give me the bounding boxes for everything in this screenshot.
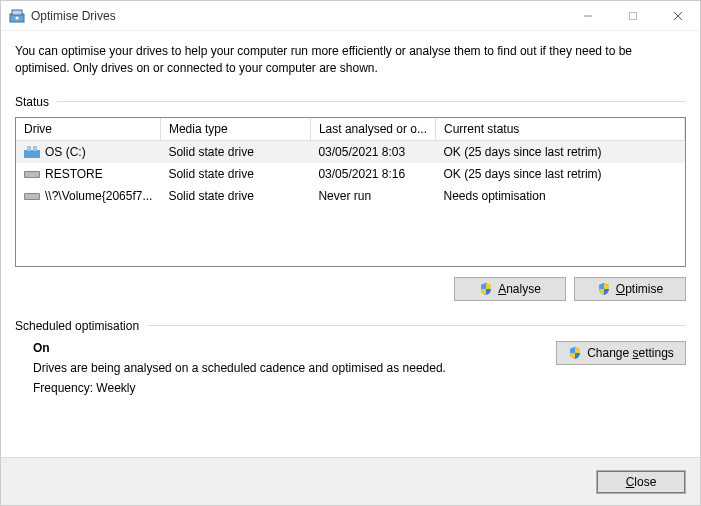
drive-name: \\?\Volume{2065f7... [45,189,152,203]
drive-last: Never run [310,185,435,207]
svg-rect-1 [12,10,22,15]
divider [147,325,686,326]
col-drive[interactable]: Drive [16,118,160,141]
drive-media: Solid state drive [160,185,310,207]
table-row[interactable]: RESTORE Solid state drive 03/05/2021 8:1… [16,163,685,185]
minimize-button[interactable] [565,1,610,31]
drive-media: Solid state drive [160,140,310,163]
drive-table-container: Drive Media type Last analysed or o... C… [15,117,686,267]
svg-rect-4 [629,12,636,19]
drive-status: Needs optimisation [436,185,685,207]
drive-last: 03/05/2021 8:16 [310,163,435,185]
drive-media: Solid state drive [160,163,310,185]
svg-rect-8 [27,146,31,151]
hdd-icon [24,190,40,202]
change-settings-button[interactable]: Change settings [556,341,686,365]
drive-name: OS (C:) [45,145,86,159]
svg-rect-9 [33,146,37,151]
col-current[interactable]: Current status [436,118,685,141]
bottom-bar: Close [1,457,700,505]
scheduled-header-row: Scheduled optimisation [15,319,686,333]
scheduled-frequency: Frequency: Weekly [33,381,556,395]
shield-icon [597,282,611,296]
description-text: You can optimise your drives to help you… [15,43,686,77]
table-header-row: Drive Media type Last analysed or o... C… [16,118,685,141]
scheduled-on: On [33,341,556,355]
table-row[interactable]: \\?\Volume{2065f7... Solid state drive N… [16,185,685,207]
svg-point-12 [36,173,38,175]
os-drive-icon [24,146,40,158]
svg-rect-7 [24,150,40,158]
shield-icon [479,282,493,296]
content-area: You can optimise your drives to help you… [1,31,700,401]
svg-point-15 [36,195,38,197]
shield-icon [568,346,582,360]
optimise-label: Optimise [616,282,663,296]
table-row[interactable]: OS (C:) Solid state drive 03/05/2021 8:0… [16,140,685,163]
col-last[interactable]: Last analysed or o... [310,118,435,141]
close-dialog-button[interactable]: Close [596,470,686,494]
close-button[interactable] [655,1,700,31]
drive-last: 03/05/2021 8:03 [310,140,435,163]
maximize-button[interactable] [610,1,655,31]
status-label: Status [15,95,57,109]
app-icon [9,8,25,24]
close-label: Close [626,475,657,489]
drive-name: RESTORE [45,167,103,181]
analyse-label: Analyse [498,282,541,296]
divider [57,101,686,102]
status-header-row: Status [15,95,686,109]
svg-point-2 [16,16,19,19]
scheduled-label: Scheduled optimisation [15,319,147,333]
col-media[interactable]: Media type [160,118,310,141]
action-button-row: Analyse Optimise [15,277,686,301]
scheduled-description: Drives are being analysed on a scheduled… [33,361,556,375]
scheduled-body: On Drives are being analysed on a schedu… [15,341,686,401]
window-title: Optimise Drives [31,9,565,23]
change-settings-label: Change settings [587,346,674,360]
drive-status: OK (25 days since last retrim) [436,163,685,185]
drive-table: Drive Media type Last analysed or o... C… [16,118,685,207]
drive-status: OK (25 days since last retrim) [436,140,685,163]
titlebar: Optimise Drives [1,1,700,31]
hdd-icon [24,168,40,180]
window-controls [565,1,700,31]
optimise-button[interactable]: Optimise [574,277,686,301]
analyse-button[interactable]: Analyse [454,277,566,301]
